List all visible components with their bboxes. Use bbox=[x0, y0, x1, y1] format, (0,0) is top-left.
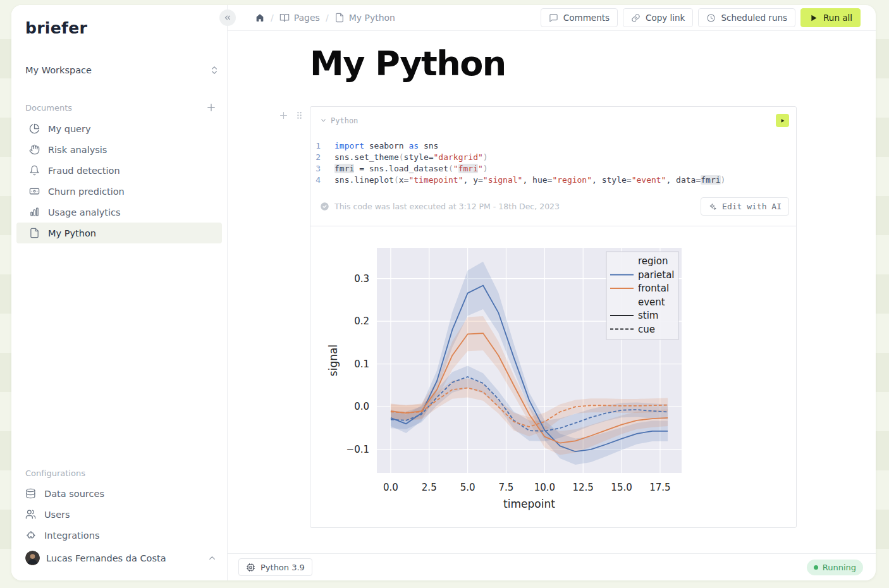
language-toggle[interactable]: Python bbox=[320, 116, 358, 125]
configurations-heading: Configurations bbox=[25, 469, 85, 478]
svg-text:5.0: 5.0 bbox=[460, 482, 475, 493]
configurations-section-header: Configurations bbox=[25, 469, 217, 478]
breadcrumb-separator: / bbox=[271, 13, 274, 23]
comment-icon bbox=[549, 13, 558, 23]
sidebar-item-integrations[interactable]: Integrations bbox=[16, 525, 222, 546]
code-block-footer: This code was last executed at 3:12 PM -… bbox=[310, 192, 796, 226]
sidebar-item-data-sources[interactable]: Data sources bbox=[16, 483, 222, 504]
breadcrumb: / Pages / My Python bbox=[255, 13, 395, 23]
brand-logo: briefer bbox=[25, 19, 227, 37]
sidebar-item-label: Integrations bbox=[44, 530, 99, 541]
line-number: 4 bbox=[310, 175, 334, 186]
svg-text:17.5: 17.5 bbox=[649, 482, 670, 493]
sidebar-item-users[interactable]: Users bbox=[16, 504, 222, 525]
python-block: Python 1import seaborn as sns2sns.set_th… bbox=[310, 106, 797, 528]
comments-button-label: Comments bbox=[563, 13, 610, 23]
comments-button[interactable]: Comments bbox=[541, 8, 618, 27]
bar-chart-icon bbox=[29, 207, 40, 217]
svg-text:0.2: 0.2 bbox=[354, 315, 369, 327]
sidebar-item-label: Fraud detection bbox=[48, 166, 120, 176]
status-label: Running bbox=[823, 563, 856, 572]
breadcrumb-separator: / bbox=[326, 13, 329, 23]
file-icon bbox=[29, 228, 40, 238]
add-document-icon[interactable] bbox=[205, 102, 217, 113]
svg-text:signal: signal bbox=[327, 345, 340, 376]
svg-text:−0.1: −0.1 bbox=[346, 444, 369, 455]
run-all-button[interactable]: Run all bbox=[800, 8, 861, 27]
sidebar-item-risk-analysis[interactable]: Risk analysis bbox=[16, 139, 222, 160]
kernel-label: Python 3.9 bbox=[261, 563, 305, 572]
statusbar: Python 3.9 Running bbox=[228, 553, 876, 580]
chevrons-left-icon bbox=[223, 13, 232, 22]
database-icon bbox=[25, 488, 36, 499]
avatar bbox=[25, 551, 40, 565]
kernel-selector-button[interactable]: Python 3.9 bbox=[238, 558, 312, 576]
copy-link-button-label: Copy link bbox=[646, 13, 685, 23]
sidebar-item-label: Data sources bbox=[44, 489, 104, 499]
status-dot-icon bbox=[814, 565, 818, 570]
svg-text:region: region bbox=[638, 255, 668, 267]
sidebar-item-label: Users bbox=[44, 510, 70, 520]
sidebar-item-my-query[interactable]: My query bbox=[16, 118, 222, 139]
cpu-icon bbox=[246, 563, 255, 572]
check-circle-icon bbox=[320, 202, 329, 211]
svg-text:0.1: 0.1 bbox=[354, 358, 369, 370]
drag-handle-icon[interactable] bbox=[294, 110, 305, 121]
code-output: 0.02.55.07.510.012.515.017.5−0.10.00.10.… bbox=[310, 226, 796, 527]
topbar: / Pages / My Python bbox=[228, 5, 876, 31]
sidebar-collapse-button[interactable] bbox=[219, 9, 236, 26]
sidebar-item-my-python[interactable]: My Python bbox=[16, 223, 222, 243]
svg-text:10.0: 10.0 bbox=[534, 482, 555, 493]
code-line[interactable]: 1import seaborn as sns bbox=[310, 140, 796, 152]
chevrons-up-down-icon bbox=[209, 65, 219, 75]
documents-heading: Documents bbox=[25, 103, 72, 113]
pie-chart-icon bbox=[29, 123, 40, 134]
breadcrumb-current[interactable]: My Python bbox=[334, 13, 395, 23]
svg-text:15.0: 15.0 bbox=[611, 482, 632, 493]
app-window: briefer My Workspace Documents My queryR… bbox=[11, 5, 876, 580]
sidebar-item-label: Usage analytics bbox=[48, 207, 121, 217]
svg-text:7.5: 7.5 bbox=[499, 482, 514, 493]
run-block-button[interactable] bbox=[776, 114, 789, 127]
chevron-down-icon bbox=[320, 117, 327, 124]
puzzle-icon bbox=[25, 530, 36, 541]
add-block-icon[interactable] bbox=[278, 110, 289, 121]
home-icon[interactable] bbox=[255, 13, 265, 23]
sidebar-item-label: Churn prediction bbox=[48, 187, 125, 197]
sparkles-icon bbox=[708, 202, 717, 211]
svg-text:cue: cue bbox=[638, 324, 655, 335]
svg-text:0.3: 0.3 bbox=[354, 273, 369, 285]
svg-text:stim: stim bbox=[638, 310, 658, 321]
file-icon bbox=[334, 13, 345, 23]
user-menu[interactable]: Lucas Fernandes da Costa bbox=[16, 547, 222, 569]
sidebar-item-usage-analytics[interactable]: Usage analytics bbox=[16, 202, 222, 223]
edit-with-ai-button[interactable]: Edit with AI bbox=[701, 197, 789, 216]
page-title[interactable]: My Python bbox=[310, 44, 506, 83]
code-line[interactable]: 3fmri = sns.load_dataset("fmri") bbox=[310, 163, 796, 175]
svg-text:frontal: frontal bbox=[638, 283, 669, 294]
status-badge: Running bbox=[807, 560, 863, 575]
code-line[interactable]: 2sns.set_theme(style="darkgrid") bbox=[310, 152, 796, 163]
documents-section-header: Documents bbox=[25, 102, 217, 113]
copy-link-button[interactable]: Copy link bbox=[623, 8, 693, 27]
seaborn-lineplot-chart: 0.02.55.07.510.012.515.017.5−0.10.00.10.… bbox=[310, 226, 797, 527]
svg-text:12.5: 12.5 bbox=[572, 482, 593, 493]
sidebar-item-fraud-detection[interactable]: Fraud detection bbox=[16, 160, 222, 181]
sidebar-item-label: Risk analysis bbox=[48, 145, 107, 155]
sidebar: briefer My Workspace Documents My queryR… bbox=[11, 5, 228, 580]
scheduled-runs-button[interactable]: Scheduled runs bbox=[698, 8, 795, 27]
svg-text:0.0: 0.0 bbox=[354, 401, 369, 412]
code-editor[interactable]: 1import seaborn as sns2sns.set_theme(sty… bbox=[310, 130, 796, 192]
book-open-icon bbox=[279, 13, 290, 23]
sidebar-item-churn-prediction[interactable]: Churn prediction bbox=[16, 181, 222, 202]
svg-text:0.0: 0.0 bbox=[383, 482, 398, 493]
breadcrumb-pages[interactable]: Pages bbox=[279, 13, 320, 23]
banknote-icon bbox=[29, 186, 40, 197]
code-line[interactable]: 4sns.lineplot(x="timepoint", y="signal",… bbox=[310, 175, 796, 186]
scheduled-runs-button-label: Scheduled runs bbox=[721, 13, 787, 23]
play-icon bbox=[809, 13, 818, 23]
code-block-header: Python bbox=[310, 107, 796, 130]
document-canvas: My Python bbox=[228, 31, 876, 553]
workspace-switcher[interactable]: My Workspace bbox=[25, 65, 219, 75]
hand-icon bbox=[29, 144, 40, 155]
